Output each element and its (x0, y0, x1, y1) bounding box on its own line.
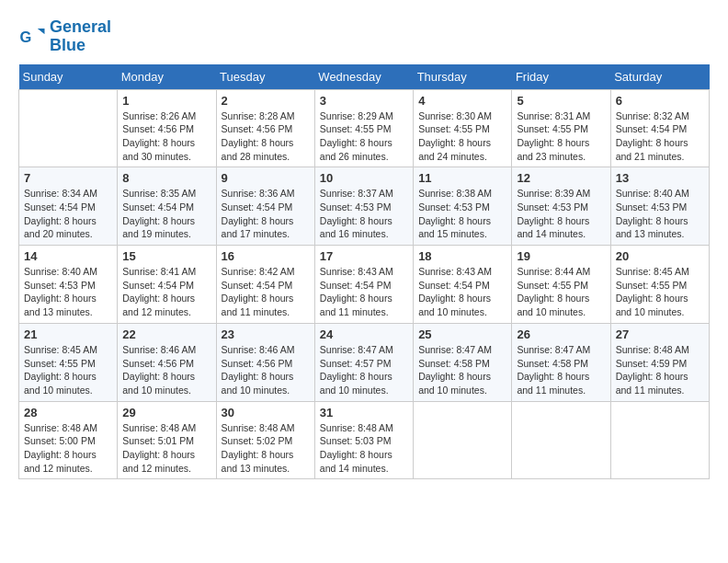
logo-text: General Blue (50, 18, 111, 55)
day-info: Sunrise: 8:47 AMSunset: 4:57 PMDaylight:… (320, 343, 408, 397)
day-number: 15 (122, 249, 210, 263)
week-row-2: 7Sunrise: 8:34 AMSunset: 4:54 PMDaylight… (19, 167, 710, 246)
day-number: 4 (418, 94, 506, 108)
day-info: Sunrise: 8:43 AMSunset: 4:54 PMDaylight:… (320, 265, 408, 319)
day-info: Sunrise: 8:30 AMSunset: 4:55 PMDaylight:… (418, 109, 506, 164)
day-cell: 17Sunrise: 8:43 AMSunset: 4:54 PMDayligh… (314, 246, 413, 324)
day-info: Sunrise: 8:48 AMSunset: 4:59 PMDaylight:… (616, 343, 704, 397)
day-cell: 24Sunrise: 8:47 AMSunset: 4:57 PMDayligh… (314, 323, 413, 401)
day-info: Sunrise: 8:47 AMSunset: 4:58 PMDaylight:… (418, 343, 506, 397)
day-info: Sunrise: 8:34 AMSunset: 4:54 PMDaylight:… (24, 187, 112, 241)
day-header-saturday: Saturday (610, 64, 709, 90)
day-cell: 23Sunrise: 8:46 AMSunset: 4:56 PMDayligh… (216, 323, 314, 401)
day-number: 3 (320, 94, 408, 108)
day-info: Sunrise: 8:47 AMSunset: 4:58 PMDaylight:… (517, 343, 605, 397)
day-number: 19 (517, 249, 605, 263)
day-cell (414, 401, 512, 479)
week-row-4: 21Sunrise: 8:45 AMSunset: 4:55 PMDayligh… (19, 323, 710, 401)
day-info: Sunrise: 8:48 AMSunset: 5:02 PMDaylight:… (222, 421, 310, 476)
day-number: 24 (320, 327, 408, 341)
day-number: 13 (616, 171, 704, 185)
day-cell: 13Sunrise: 8:40 AMSunset: 4:53 PMDayligh… (610, 167, 709, 246)
day-cell: 25Sunrise: 8:47 AMSunset: 4:58 PMDayligh… (414, 323, 512, 401)
day-cell: 27Sunrise: 8:48 AMSunset: 4:59 PMDayligh… (610, 323, 709, 401)
day-number: 23 (222, 327, 310, 341)
day-cell: 15Sunrise: 8:41 AMSunset: 4:54 PMDayligh… (118, 246, 216, 324)
day-info: Sunrise: 8:31 AMSunset: 4:55 PMDaylight:… (517, 109, 605, 164)
day-cell: 16Sunrise: 8:42 AMSunset: 4:54 PMDayligh… (216, 246, 314, 324)
day-number: 1 (122, 94, 210, 108)
day-info: Sunrise: 8:39 AMSunset: 4:53 PMDaylight:… (517, 187, 605, 241)
day-header-wednesday: Wednesday (314, 64, 413, 90)
week-row-1: 1Sunrise: 8:26 AMSunset: 4:56 PMDaylight… (19, 89, 710, 167)
day-header-sunday: Sunday (19, 64, 118, 90)
day-number: 20 (616, 249, 704, 263)
day-cell: 18Sunrise: 8:43 AMSunset: 4:54 PMDayligh… (414, 246, 512, 324)
day-header-tuesday: Tuesday (216, 64, 314, 90)
day-header-thursday: Thursday (414, 64, 512, 90)
day-cell: 20Sunrise: 8:45 AMSunset: 4:55 PMDayligh… (610, 246, 709, 324)
day-info: Sunrise: 8:44 AMSunset: 4:55 PMDaylight:… (517, 265, 605, 319)
day-cell: 11Sunrise: 8:38 AMSunset: 4:53 PMDayligh… (414, 167, 512, 246)
day-cell (512, 401, 610, 479)
day-number: 22 (122, 327, 210, 341)
day-number: 8 (122, 171, 210, 185)
day-cell: 28Sunrise: 8:48 AMSunset: 5:00 PMDayligh… (19, 401, 118, 479)
day-number: 14 (24, 249, 112, 263)
day-info: Sunrise: 8:38 AMSunset: 4:53 PMDaylight:… (418, 187, 506, 241)
day-info: Sunrise: 8:40 AMSunset: 4:53 PMDaylight:… (616, 187, 704, 241)
day-number: 10 (320, 171, 408, 185)
day-number: 27 (616, 327, 704, 341)
day-number: 11 (418, 171, 506, 185)
day-cell: 19Sunrise: 8:44 AMSunset: 4:55 PMDayligh… (512, 246, 610, 324)
day-cell: 31Sunrise: 8:48 AMSunset: 5:03 PMDayligh… (314, 401, 413, 479)
day-cell: 7Sunrise: 8:34 AMSunset: 4:54 PMDaylight… (19, 167, 118, 246)
day-info: Sunrise: 8:46 AMSunset: 4:56 PMDaylight:… (122, 343, 210, 397)
day-number: 18 (418, 249, 506, 263)
week-row-5: 28Sunrise: 8:48 AMSunset: 5:00 PMDayligh… (19, 401, 710, 479)
day-info: Sunrise: 8:45 AMSunset: 4:55 PMDaylight:… (616, 265, 704, 319)
day-info: Sunrise: 8:37 AMSunset: 4:53 PMDaylight:… (320, 187, 408, 241)
page-header: G General Blue (18, 18, 710, 55)
logo: G General Blue (18, 18, 111, 55)
day-cell: 30Sunrise: 8:48 AMSunset: 5:02 PMDayligh… (216, 401, 314, 479)
day-number: 26 (517, 327, 605, 341)
day-info: Sunrise: 8:48 AMSunset: 5:00 PMDaylight:… (24, 421, 112, 476)
day-number: 6 (616, 94, 704, 108)
day-info: Sunrise: 8:36 AMSunset: 4:54 PMDaylight:… (222, 187, 310, 241)
day-info: Sunrise: 8:42 AMSunset: 4:54 PMDaylight:… (222, 265, 310, 319)
day-cell: 22Sunrise: 8:46 AMSunset: 4:56 PMDayligh… (118, 323, 216, 401)
day-number: 2 (222, 94, 310, 108)
day-number: 30 (222, 406, 310, 419)
day-cell: 12Sunrise: 8:39 AMSunset: 4:53 PMDayligh… (512, 167, 610, 246)
day-cell (610, 401, 709, 479)
day-info: Sunrise: 8:41 AMSunset: 4:54 PMDaylight:… (122, 265, 210, 319)
day-info: Sunrise: 8:45 AMSunset: 4:55 PMDaylight:… (24, 343, 112, 397)
day-info: Sunrise: 8:26 AMSunset: 4:56 PMDaylight:… (122, 109, 210, 164)
day-info: Sunrise: 8:46 AMSunset: 4:56 PMDaylight:… (222, 343, 310, 397)
day-cell: 4Sunrise: 8:30 AMSunset: 4:55 PMDaylight… (414, 89, 512, 167)
day-info: Sunrise: 8:29 AMSunset: 4:55 PMDaylight:… (320, 109, 408, 164)
day-cell: 5Sunrise: 8:31 AMSunset: 4:55 PMDaylight… (512, 89, 610, 167)
day-cell: 6Sunrise: 8:32 AMSunset: 4:54 PMDaylight… (610, 89, 709, 167)
day-number: 28 (24, 406, 112, 419)
day-cell: 29Sunrise: 8:48 AMSunset: 5:01 PMDayligh… (118, 401, 216, 479)
day-info: Sunrise: 8:48 AMSunset: 5:01 PMDaylight:… (122, 421, 210, 476)
day-number: 31 (320, 406, 408, 419)
day-info: Sunrise: 8:32 AMSunset: 4:54 PMDaylight:… (616, 109, 704, 164)
day-number: 12 (517, 171, 605, 185)
day-info: Sunrise: 8:48 AMSunset: 5:03 PMDaylight:… (320, 421, 408, 476)
day-cell: 1Sunrise: 8:26 AMSunset: 4:56 PMDaylight… (118, 89, 216, 167)
day-info: Sunrise: 8:28 AMSunset: 4:56 PMDaylight:… (222, 109, 310, 164)
day-cell: 2Sunrise: 8:28 AMSunset: 4:56 PMDaylight… (216, 89, 314, 167)
day-number: 29 (122, 406, 210, 419)
day-number: 17 (320, 249, 408, 263)
day-header-friday: Friday (512, 64, 610, 90)
day-cell: 14Sunrise: 8:40 AMSunset: 4:53 PMDayligh… (19, 246, 118, 324)
day-number: 25 (418, 327, 506, 341)
day-cell: 21Sunrise: 8:45 AMSunset: 4:55 PMDayligh… (19, 323, 118, 401)
day-number: 5 (517, 94, 605, 108)
day-number: 7 (24, 171, 112, 185)
logo-icon: G (18, 23, 46, 51)
day-number: 21 (24, 327, 112, 341)
